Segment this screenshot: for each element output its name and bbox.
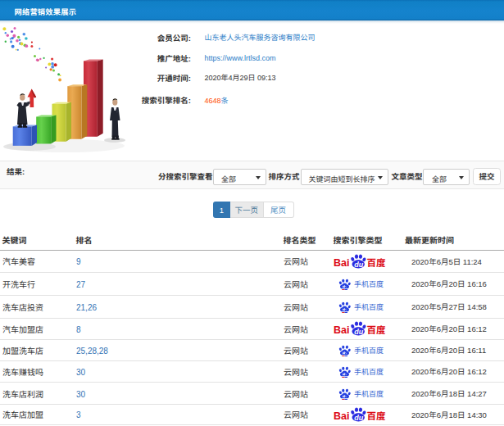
svg-text:du: du <box>355 413 364 421</box>
svg-text:du: du <box>355 261 364 269</box>
svg-text:du: du <box>355 328 364 336</box>
